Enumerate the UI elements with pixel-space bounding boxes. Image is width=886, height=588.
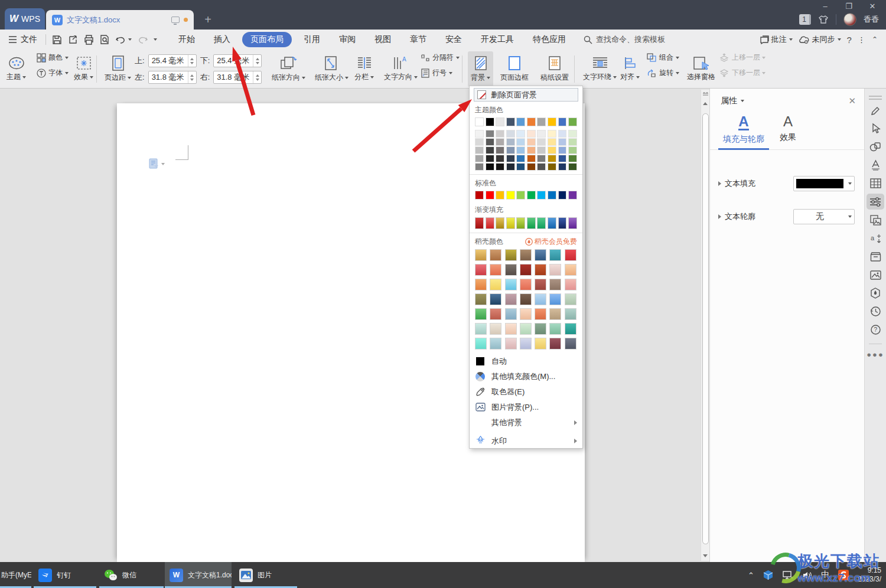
color-swatch[interactable]	[558, 155, 567, 162]
ruler-toggle-icon[interactable]	[702, 92, 709, 97]
tab-home[interactable]: 开始	[171, 32, 202, 47]
notification-badge[interactable]: 1	[799, 14, 811, 25]
archive-box-icon[interactable]	[867, 249, 884, 264]
grid-paper-button[interactable]: 稿纸设置	[538, 51, 572, 87]
color-swatch[interactable]	[505, 323, 517, 335]
margin-top-field[interactable]: 25.4 毫米	[148, 54, 197, 67]
color-swatch[interactable]	[527, 130, 536, 138]
color-swatch[interactable]	[496, 146, 504, 154]
color-swatch[interactable]	[516, 163, 525, 171]
color-swatch[interactable]	[496, 155, 504, 162]
docer-vip-free-badge[interactable]: 稻壳会员免费	[525, 237, 577, 247]
color-swatch[interactable]	[516, 191, 525, 200]
color-swatch[interactable]	[535, 323, 546, 335]
margins-button[interactable]: 页边距	[102, 51, 134, 87]
color-swatch[interactable]	[548, 130, 556, 138]
color-swatch[interactable]	[490, 293, 501, 305]
color-swatch[interactable]	[506, 191, 515, 200]
color-swatch[interactable]	[516, 217, 525, 229]
taskbar-item-dingtalk[interactable]: 钉钉	[34, 562, 96, 588]
breaks-button[interactable]: 分隔符	[421, 53, 460, 63]
text-wrap-button[interactable]: 文字环绕	[580, 51, 620, 87]
color-swatch[interactable]	[527, 138, 536, 146]
color-swatch[interactable]	[475, 191, 484, 200]
color-swatch[interactable]	[537, 217, 546, 229]
background-button[interactable]: 背景	[468, 51, 493, 87]
tab-text-effects[interactable]: A 效果	[780, 115, 796, 149]
scroll-down-icon[interactable]	[703, 554, 708, 557]
undo-button[interactable]	[116, 35, 132, 44]
bring-forward-button[interactable]: 上移一层	[719, 53, 766, 63]
color-swatch[interactable]	[506, 217, 515, 229]
margin-bottom-field[interactable]: 25.4 毫米	[213, 54, 262, 67]
wordart-icon[interactable]	[867, 157, 884, 173]
sogou-icon[interactable]	[838, 569, 849, 581]
color-swatch[interactable]	[475, 323, 487, 335]
color-swatch[interactable]	[475, 249, 487, 261]
print-preview-icon[interactable]	[100, 35, 110, 45]
color-swatch[interactable]	[568, 130, 577, 138]
margin-right-stepper[interactable]	[253, 71, 261, 83]
color-swatch[interactable]	[548, 155, 556, 162]
color-swatch[interactable]	[558, 117, 567, 126]
history-clock-icon[interactable]	[867, 303, 884, 319]
tab-security[interactable]: 安全	[438, 32, 469, 47]
color-swatch[interactable]	[520, 264, 532, 276]
scroll-up-icon[interactable]	[703, 102, 708, 105]
color-swatch[interactable]	[475, 264, 487, 276]
color-swatch[interactable]	[535, 279, 546, 290]
color-swatch[interactable]	[527, 146, 536, 154]
color-swatch[interactable]	[490, 338, 501, 349]
color-swatch[interactable]	[549, 264, 561, 276]
text-fill-color-select[interactable]	[793, 176, 855, 191]
color-swatch[interactable]	[496, 163, 504, 171]
color-scheme-button[interactable]: 颜色	[37, 53, 69, 63]
margin-bottom-stepper[interactable]	[253, 55, 261, 67]
paste-image-icon[interactable]	[867, 212, 884, 228]
color-swatch[interactable]	[549, 308, 561, 320]
rotate-button[interactable]: 旋转	[647, 68, 679, 78]
text-outline-select[interactable]: 无	[793, 209, 855, 224]
color-swatch[interactable]	[548, 146, 556, 154]
scrollbar-thumb[interactable]	[702, 113, 709, 544]
redo-icon[interactable]	[138, 35, 148, 44]
picture-background-item[interactable]: 图片背景(P)...	[475, 400, 577, 414]
color-swatch[interactable]	[527, 191, 536, 200]
color-swatch[interactable]	[506, 138, 515, 146]
color-swatch[interactable]	[549, 279, 561, 290]
comment-button[interactable]: 批注	[760, 34, 793, 45]
help-icon[interactable]: ?	[867, 322, 884, 338]
other-background-item[interactable]: 其他背景	[475, 416, 577, 429]
color-swatch[interactable]	[475, 338, 487, 349]
page-settings-widget[interactable]	[149, 158, 165, 169]
color-swatch[interactable]	[490, 308, 501, 320]
color-swatch[interactable]	[475, 308, 487, 320]
translate-icon[interactable]: a	[867, 230, 884, 246]
color-swatch[interactable]	[535, 249, 546, 261]
color-swatch[interactable]	[568, 155, 577, 162]
color-swatch[interactable]	[565, 308, 576, 320]
minimize-button[interactable]: –	[815, 0, 835, 12]
cursor-icon[interactable]	[867, 120, 884, 136]
color-swatch[interactable]	[527, 155, 536, 162]
color-swatch[interactable]	[548, 191, 556, 200]
color-swatch[interactable]	[548, 138, 556, 146]
color-swatch[interactable]	[537, 163, 546, 171]
tray-expand-icon[interactable]: ⌃	[748, 571, 754, 580]
save-icon[interactable]	[52, 35, 62, 45]
selection-pane-button[interactable]: 选择窗格	[684, 51, 718, 87]
taskbar-item-photos[interactable]: 图片	[234, 562, 297, 588]
color-swatch[interactable]	[568, 191, 577, 200]
color-swatch[interactable]	[537, 155, 546, 162]
color-swatch[interactable]	[535, 264, 546, 276]
color-swatch[interactable]	[535, 308, 546, 320]
color-swatch[interactable]	[520, 249, 532, 261]
color-swatch[interactable]	[568, 163, 577, 171]
skin-icon[interactable]	[818, 15, 829, 24]
remove-page-background-item[interactable]: 删除页面背景	[474, 88, 578, 102]
tray-cube-icon[interactable]	[763, 570, 774, 580]
color-swatch[interactable]	[516, 117, 525, 126]
color-swatch[interactable]	[568, 117, 577, 126]
color-swatch[interactable]	[537, 191, 546, 200]
color-swatch[interactable]	[537, 117, 546, 126]
